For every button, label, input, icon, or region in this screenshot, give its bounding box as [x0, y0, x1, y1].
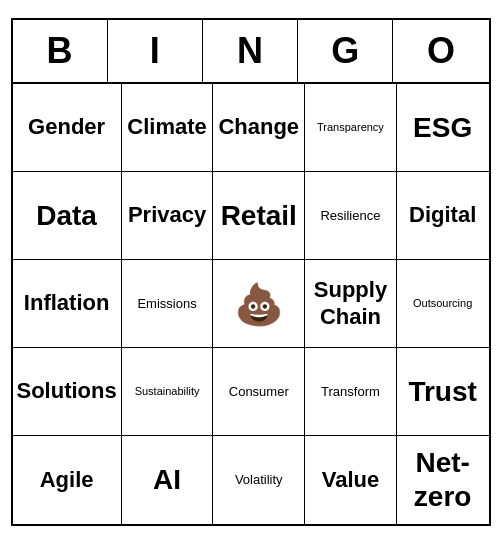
cell-text-16: Sustainability: [135, 385, 200, 398]
bingo-cell-19: Trust: [397, 348, 489, 436]
cell-text-24: Net-zero: [414, 446, 472, 513]
cell-text-3: Transparency: [317, 121, 384, 134]
cell-text-5: Data: [36, 199, 97, 233]
bingo-cell-15: Solutions: [13, 348, 122, 436]
bingo-header: BINGO: [13, 20, 489, 84]
bingo-cell-18: Transform: [305, 348, 397, 436]
cell-text-23: Value: [322, 467, 379, 493]
cell-text-11: Emissions: [137, 296, 196, 312]
bingo-cell-6: Privacy: [122, 172, 214, 260]
header-cell-o: O: [393, 20, 488, 82]
cell-text-10: Inflation: [24, 290, 110, 316]
bingo-card: BINGO GenderClimateChangeTransparencyESG…: [11, 18, 491, 526]
bingo-cell-1: Climate: [122, 84, 214, 172]
bingo-cell-12: 💩: [213, 260, 305, 348]
bingo-cell-17: Consumer: [213, 348, 305, 436]
bingo-cell-9: Digital: [397, 172, 489, 260]
header-cell-i: I: [108, 20, 203, 82]
bingo-cell-3: Transparency: [305, 84, 397, 172]
bingo-cell-8: Resilience: [305, 172, 397, 260]
bingo-cell-11: Emissions: [122, 260, 214, 348]
cell-text-19: Trust: [408, 375, 476, 409]
bingo-cell-16: Sustainability: [122, 348, 214, 436]
cell-text-13: SupplyChain: [314, 277, 387, 330]
bingo-cell-20: Agile: [13, 436, 122, 524]
poop-emoji: 💩: [234, 284, 284, 324]
cell-text-18: Transform: [321, 384, 380, 400]
cell-text-0: Gender: [28, 114, 105, 140]
cell-text-4: ESG: [413, 111, 472, 145]
cell-text-22: Volatility: [235, 472, 283, 488]
bingo-cell-2: Change: [213, 84, 305, 172]
bingo-cell-4: ESG: [397, 84, 489, 172]
header-cell-g: G: [298, 20, 393, 82]
cell-text-6: Privacy: [128, 202, 206, 228]
cell-text-14: Outsourcing: [413, 297, 472, 310]
bingo-cell-13: SupplyChain: [305, 260, 397, 348]
bingo-cell-23: Value: [305, 436, 397, 524]
cell-text-15: Solutions: [17, 378, 117, 404]
bingo-grid: GenderClimateChangeTransparencyESGDataPr…: [13, 84, 489, 524]
header-cell-b: B: [13, 20, 108, 82]
cell-text-21: AI: [153, 463, 181, 497]
bingo-cell-24: Net-zero: [397, 436, 489, 524]
cell-text-20: Agile: [40, 467, 94, 493]
cell-text-8: Resilience: [320, 208, 380, 224]
cell-text-9: Digital: [409, 202, 476, 228]
bingo-cell-0: Gender: [13, 84, 122, 172]
header-cell-n: N: [203, 20, 298, 82]
bingo-cell-14: Outsourcing: [397, 260, 489, 348]
bingo-cell-5: Data: [13, 172, 122, 260]
cell-text-2: Change: [218, 114, 299, 140]
bingo-cell-10: Inflation: [13, 260, 122, 348]
cell-text-7: Retail: [221, 199, 297, 233]
cell-text-1: Climate: [127, 114, 206, 140]
cell-text-17: Consumer: [229, 384, 289, 400]
bingo-cell-21: AI: [122, 436, 214, 524]
bingo-cell-7: Retail: [213, 172, 305, 260]
bingo-cell-22: Volatility: [213, 436, 305, 524]
